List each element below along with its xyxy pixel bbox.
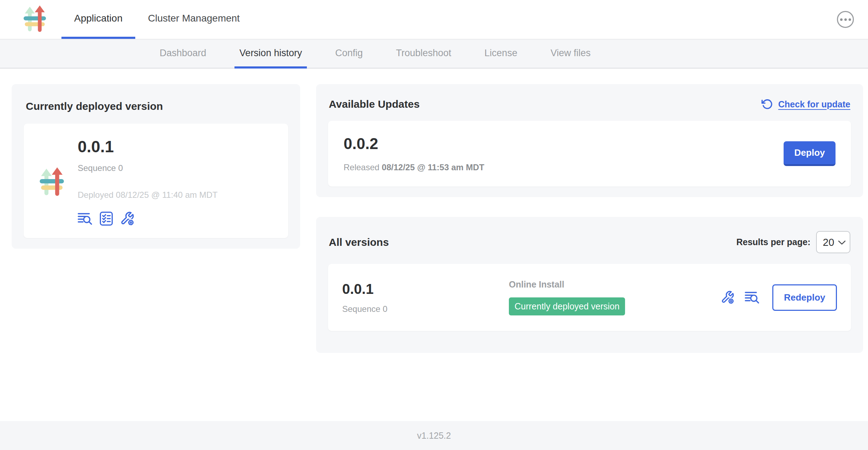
app-subnav: Dashboard Version history Config Trouble… — [0, 40, 868, 69]
tab-cluster-management[interactable]: Cluster Management — [135, 0, 252, 39]
tab-version-history-label: Version history — [239, 48, 302, 59]
tab-application[interactable]: Application — [61, 0, 135, 39]
app-logo-icon — [20, 4, 52, 35]
main-content: Currently deployed version 0.0 — [0, 69, 868, 353]
deployed-sequence: Sequence 0 — [78, 163, 218, 173]
tab-view-files[interactable]: View files — [546, 40, 596, 69]
ellipsis-icon — [849, 18, 851, 21]
release-notes-icon[interactable] — [78, 212, 93, 225]
released-label: Released — [344, 162, 379, 172]
tab-application-label: Application — [74, 13, 123, 24]
row-install-type: Online Install — [509, 279, 721, 290]
update-released-line: Released 08/12/25 @ 11:53 am MDT — [344, 162, 484, 172]
check-for-update-link[interactable]: Check for update — [761, 98, 850, 110]
deployed-version-card: 0.0.1 Sequence 0 Deployed 08/12/25 @ 11:… — [24, 124, 288, 238]
ellipsis-icon — [844, 18, 847, 21]
edit-config-icon[interactable] — [120, 211, 135, 226]
app-logo-icon — [36, 166, 70, 199]
app-header: Application Cluster Management — [0, 0, 868, 40]
results-per-page-group: Results per page: 20 — [736, 231, 850, 253]
tab-license[interactable]: License — [480, 40, 522, 69]
tab-dashboard[interactable]: Dashboard — [155, 40, 211, 69]
available-updates-title: Available Updates — [329, 98, 420, 110]
ellipsis-icon — [840, 18, 843, 21]
version-row: 0.0.1 Sequence 0 Online Install Currentl… — [328, 264, 851, 331]
tab-version-history[interactable]: Version history — [234, 40, 307, 69]
tab-config[interactable]: Config — [330, 40, 368, 69]
row-version-number: 0.0.1 — [342, 281, 509, 297]
app-footer: v1.125.2 — [0, 421, 868, 450]
available-update-card: 0.0.2 Released 08/12/25 @ 11:53 am MDT D… — [328, 121, 851, 186]
tab-cluster-management-label: Cluster Management — [148, 13, 240, 24]
tab-license-label: License — [484, 48, 517, 59]
row-sequence: Sequence 0 — [342, 304, 509, 314]
currently-deployed-title: Currently deployed version — [26, 100, 286, 112]
results-per-page-select-wrap: 20 — [816, 231, 850, 253]
preflight-checks-icon[interactable] — [100, 212, 113, 226]
results-per-page-label: Results per page: — [736, 237, 810, 247]
check-for-update-label: Check for update — [778, 99, 850, 109]
tab-troubleshoot[interactable]: Troubleshoot — [391, 40, 456, 69]
refresh-icon — [761, 98, 773, 110]
redeploy-button[interactable]: Redeploy — [772, 284, 837, 311]
tab-troubleshoot-label: Troubleshoot — [396, 48, 451, 59]
deployed-version-number: 0.0.1 — [78, 137, 218, 156]
row-actions: Redeploy — [721, 284, 837, 311]
all-versions-panel: All versions Results per page: 20 — [316, 217, 863, 353]
deploy-button[interactable]: Deploy — [784, 141, 836, 166]
currently-deployed-panel: Currently deployed version 0.0 — [12, 84, 300, 249]
edit-config-icon[interactable] — [721, 290, 735, 304]
release-notes-icon[interactable] — [745, 291, 760, 304]
console-version: v1.125.2 — [417, 431, 451, 441]
results-per-page-select[interactable]: 20 — [816, 231, 850, 253]
deployed-timestamp: Deployed 08/12/25 @ 11:40 am MDT — [78, 190, 218, 200]
deployed-actions — [78, 211, 218, 226]
tab-dashboard-label: Dashboard — [160, 48, 206, 59]
tab-config-label: Config — [335, 48, 363, 59]
right-column: Available Updates Check for update 0.0.2 — [316, 84, 863, 353]
all-versions-title: All versions — [329, 236, 389, 248]
released-timestamp: 08/12/25 @ 11:53 am MDT — [382, 162, 484, 172]
currently-deployed-badge: Currently deployed version — [509, 297, 625, 315]
overflow-menu-button[interactable] — [837, 11, 854, 28]
header-tabs: Application Cluster Management — [61, 0, 252, 39]
tab-view-files-label: View files — [551, 48, 591, 59]
available-updates-panel: Available Updates Check for update 0.0.2 — [316, 84, 863, 197]
update-version-number: 0.0.2 — [344, 135, 484, 153]
